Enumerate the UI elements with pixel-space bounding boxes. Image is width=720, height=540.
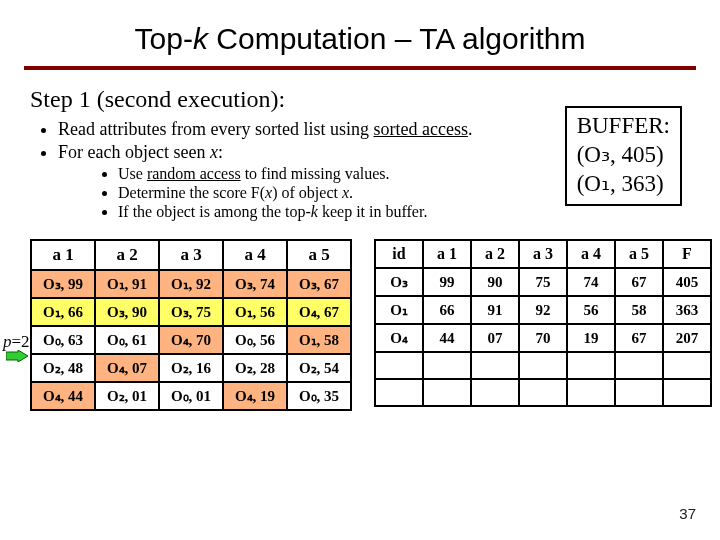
table-cell: O₃, 99 xyxy=(31,270,95,298)
table-cell: 44 xyxy=(423,324,471,352)
table-row: O₃9990757467405 xyxy=(375,268,711,296)
col-header: a 4 xyxy=(567,240,615,268)
col-header: a 2 xyxy=(471,240,519,268)
table-cell: 75 xyxy=(519,268,567,296)
table-cell: O₁, 58 xyxy=(287,326,351,354)
page-number: 37 xyxy=(679,505,696,522)
table-cell: 07 xyxy=(471,324,519,352)
table-cell: 19 xyxy=(567,324,615,352)
table-cell: 56 xyxy=(567,296,615,324)
table-cell xyxy=(519,352,567,379)
table-cell: O₀, 35 xyxy=(287,382,351,410)
table-row xyxy=(375,352,711,379)
table-cell: 92 xyxy=(519,296,567,324)
col-header: a 3 xyxy=(159,240,223,270)
col-header: a 1 xyxy=(423,240,471,268)
table-cell: O₄, 44 xyxy=(31,382,95,410)
table-cell: 207 xyxy=(663,324,711,352)
table-cell: 91 xyxy=(471,296,519,324)
table-cell xyxy=(663,379,711,406)
table-cell: O₂, 16 xyxy=(159,354,223,382)
title-divider xyxy=(24,66,696,70)
sorted-lists-table: a 1a 2a 3a 4a 5O₃, 99O₁, 91O₁, 92O₃, 74O… xyxy=(30,239,352,411)
table-row: O₄, 44O₂, 01O₀, 01O₄, 19O₀, 35 xyxy=(31,382,351,410)
col-header: id xyxy=(375,240,423,268)
table-row: O₀, 63O₀, 61O₄, 70O₀, 56O₁, 58 xyxy=(31,326,351,354)
col-header: a 4 xyxy=(223,240,287,270)
table-cell xyxy=(423,379,471,406)
col-header: a 1 xyxy=(31,240,95,270)
table-cell: O₃, 75 xyxy=(159,298,223,326)
table-row: O₄4407701967207 xyxy=(375,324,711,352)
table-cell: O₀, 56 xyxy=(223,326,287,354)
table-cell: 58 xyxy=(615,296,663,324)
table-cell: 70 xyxy=(519,324,567,352)
table-cell xyxy=(567,352,615,379)
table-cell: O₂, 48 xyxy=(31,354,95,382)
table-cell: O₄, 19 xyxy=(223,382,287,410)
pointer-label: p=2 xyxy=(3,332,30,352)
table-cell xyxy=(615,352,663,379)
table-cell: O₂, 54 xyxy=(287,354,351,382)
table-row: O₃, 99O₁, 91O₁, 92O₃, 74O₃, 67 xyxy=(31,270,351,298)
table-cell: O₀, 01 xyxy=(159,382,223,410)
buffer-entry-1: (O₃, 405) xyxy=(577,141,670,170)
table-cell: 66 xyxy=(423,296,471,324)
table-cell: 90 xyxy=(471,268,519,296)
table-cell: O₂, 01 xyxy=(95,382,159,410)
buffer-box: BUFFER: (O₃, 405) (O₁, 363) xyxy=(565,106,682,206)
table-cell xyxy=(375,352,423,379)
col-header: a 2 xyxy=(95,240,159,270)
col-header: a 3 xyxy=(519,240,567,268)
table-cell: O₄, 70 xyxy=(159,326,223,354)
table-cell: O₂, 28 xyxy=(223,354,287,382)
table-cell xyxy=(471,352,519,379)
table-cell xyxy=(375,379,423,406)
table-cell: 99 xyxy=(423,268,471,296)
table-cell: O₃, 90 xyxy=(95,298,159,326)
slide-title: Top-k Computation – TA algorithm xyxy=(24,22,696,56)
table-row: O₁, 66O₃, 90O₃, 75O₁, 56O₄, 67 xyxy=(31,298,351,326)
table-cell: O₁, 56 xyxy=(223,298,287,326)
arrow-icon xyxy=(6,350,24,362)
table-cell: O₁, 66 xyxy=(31,298,95,326)
table-cell: O₁, 92 xyxy=(159,270,223,298)
svg-marker-0 xyxy=(6,350,28,362)
table-cell xyxy=(615,379,663,406)
table-row xyxy=(375,379,711,406)
table-cell: O₃, 67 xyxy=(287,270,351,298)
score-table: ida 1a 2a 3a 4a 5FO₃9990757467405O₁66919… xyxy=(374,239,712,407)
table-cell: O₄ xyxy=(375,324,423,352)
table-cell: 405 xyxy=(663,268,711,296)
table-row: O₂, 48O₄, 07O₂, 16O₂, 28O₂, 54 xyxy=(31,354,351,382)
table-cell: O₀, 61 xyxy=(95,326,159,354)
table-cell: O₁, 91 xyxy=(95,270,159,298)
table-cell xyxy=(471,379,519,406)
table-cell xyxy=(663,352,711,379)
table-cell: O₃ xyxy=(375,268,423,296)
table-cell: O₀, 63 xyxy=(31,326,95,354)
col-header: a 5 xyxy=(287,240,351,270)
table-cell: O₁ xyxy=(375,296,423,324)
col-header: F xyxy=(663,240,711,268)
col-header: a 5 xyxy=(615,240,663,268)
table-cell: O₄, 07 xyxy=(95,354,159,382)
table-cell xyxy=(567,379,615,406)
table-cell: O₄, 67 xyxy=(287,298,351,326)
table-cell: O₃, 74 xyxy=(223,270,287,298)
table-cell: 74 xyxy=(567,268,615,296)
table-cell xyxy=(423,352,471,379)
table-row: O₁6691925658363 xyxy=(375,296,711,324)
buffer-entry-2: (O₁, 363) xyxy=(577,170,670,199)
table-cell: 363 xyxy=(663,296,711,324)
table-cell: 67 xyxy=(615,268,663,296)
table-cell xyxy=(519,379,567,406)
table-cell: 67 xyxy=(615,324,663,352)
buffer-title: BUFFER: xyxy=(577,112,670,141)
